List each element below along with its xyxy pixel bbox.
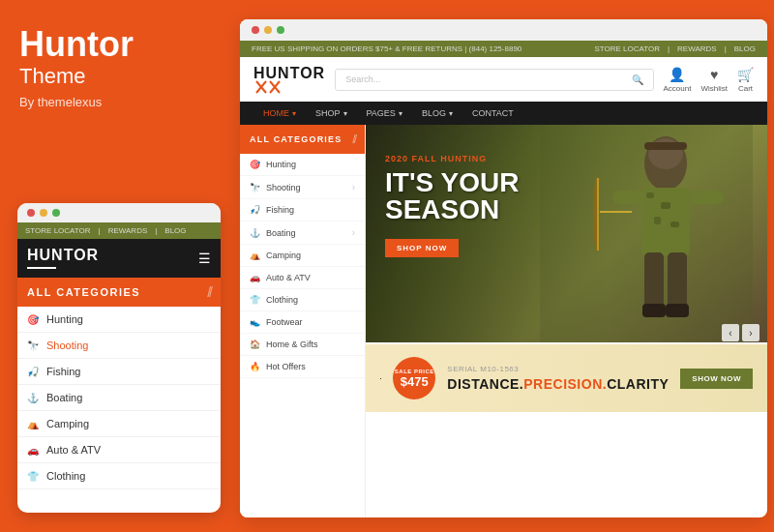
desk-cat-fishing[interactable]: 🎣 Fishing bbox=[240, 199, 365, 222]
auto-atv-label: Auto & ATV bbox=[266, 273, 311, 282]
tagline-part2: PRECISION. bbox=[523, 376, 607, 392]
mobile-mockup: STORE LOCATOR | REWARDS | BLOG HUNTOR ☰ … bbox=[17, 203, 221, 513]
topbar-left: FREE US SHIPPING ON ORDERS $75+ & FREE R… bbox=[252, 44, 521, 53]
nav-item-contact[interactable]: CONTACT bbox=[462, 102, 523, 125]
nav-item-pages[interactable]: PAGES ▾ bbox=[357, 102, 412, 125]
cart-label: Cart bbox=[738, 84, 753, 93]
mobile-topbar: STORE LOCATOR | REWARDS | BLOG bbox=[17, 222, 221, 239]
topbar-right: STORE LOCATOR | REWARDS | BLOG bbox=[594, 44, 756, 53]
boating-label: Boating bbox=[266, 228, 296, 238]
tagline-part1: DISTANCE. bbox=[447, 376, 523, 392]
svg-rect-12 bbox=[670, 222, 679, 227]
dot-green bbox=[277, 26, 284, 34]
dot-yellow bbox=[264, 26, 272, 34]
desktop-categories: ALL CATEGORIES // 🎯 Hunting 🔭 Shooting ›… bbox=[240, 125, 366, 517]
shop-now-button[interactable]: SHOP NOW bbox=[385, 239, 459, 257]
product-image bbox=[380, 352, 381, 405]
hero-subtitle: 2020 FALL HUNTING bbox=[385, 154, 519, 163]
sale-badge: SALE PRICE $475 bbox=[393, 357, 435, 399]
prev-arrow-button[interactable]: ‹ bbox=[722, 324, 739, 341]
hamburger-icon[interactable]: ☰ bbox=[198, 251, 211, 266]
dot-red bbox=[252, 26, 259, 34]
nav-item-home[interactable]: HOME ▾ bbox=[253, 102, 306, 125]
cat-label: Camping bbox=[46, 418, 89, 429]
show-now-button[interactable]: SHOW NOW bbox=[680, 369, 753, 389]
desk-cat-shooting[interactable]: 🔭 Shooting › bbox=[240, 176, 365, 199]
shooting-arrow: › bbox=[352, 182, 355, 192]
list-item[interactable]: 🎣 Fishing bbox=[17, 359, 221, 385]
desk-cat-home-gifts[interactable]: 🏠 Home & Gifts bbox=[240, 334, 365, 356]
cat-label: Boating bbox=[46, 392, 82, 403]
hero-title: IT'S YOUR SEASON bbox=[385, 169, 519, 223]
list-item[interactable]: 🎯 Hunting bbox=[17, 307, 221, 333]
nav-arrow-blog: ▾ bbox=[449, 109, 453, 118]
camping-label: Camping bbox=[266, 251, 301, 260]
desk-cat-boating[interactable]: ⚓ Boating › bbox=[240, 222, 365, 245]
camping-icon: ⛺ bbox=[250, 251, 260, 260]
account-icon: 👤 bbox=[669, 67, 685, 82]
wishlist-label: Wishlist bbox=[700, 84, 728, 93]
desktop-header: HUNTOR Search... 🔍 👤 Account ♥ Wishli bbox=[240, 57, 767, 102]
list-item[interactable]: 🔭 Shooting bbox=[17, 333, 221, 359]
search-icon[interactable]: 🔍 bbox=[632, 74, 643, 85]
mobile-topbar-rewards: REWARDS bbox=[108, 226, 148, 235]
hunting-icon: 🎯 bbox=[250, 160, 260, 169]
shooting-label: Shooting bbox=[266, 183, 301, 192]
desktop-nav: HOME ▾ SHOP ▾ PAGES ▾ BLOG ▾ CONTACT bbox=[240, 102, 767, 125]
svg-rect-13 bbox=[612, 191, 646, 204]
account-button[interactable]: 👤 Account bbox=[664, 67, 692, 93]
logo-icon bbox=[253, 80, 283, 94]
wishlist-button[interactable]: ♥ Wishlist bbox=[700, 67, 728, 93]
hot-offers-label: Hot Offers bbox=[266, 362, 306, 371]
svg-rect-9 bbox=[646, 192, 654, 198]
shooting-icon: 🔭 bbox=[250, 183, 260, 192]
desk-cat-footwear[interactable]: 👟 Footwear bbox=[240, 311, 365, 334]
nav-item-blog[interactable]: BLOG ▾ bbox=[412, 102, 462, 125]
shooting-icon: 🔭 bbox=[27, 340, 39, 351]
svg-rect-11 bbox=[654, 217, 661, 224]
desk-cat-clothing[interactable]: 👕 Clothing bbox=[240, 289, 365, 311]
cat-label: Fishing bbox=[46, 366, 80, 377]
footwear-label: Footwear bbox=[266, 317, 303, 327]
desk-cat-camping[interactable]: ⛺ Camping bbox=[240, 245, 365, 267]
list-item[interactable]: ⚓ Boating bbox=[17, 385, 221, 411]
cat-label: Shooting bbox=[46, 340, 88, 351]
topbar-blog[interactable]: BLOG bbox=[734, 44, 756, 53]
desktop-logo: HUNTOR bbox=[253, 65, 325, 94]
desk-categories-header: ALL CATEGORIES // bbox=[240, 125, 365, 154]
categories-slash-icon: // bbox=[207, 284, 211, 300]
hero-banner: 2020 FALL HUNTING IT'S YOUR SEASON SHOP … bbox=[366, 125, 767, 342]
footwear-icon: 👟 bbox=[250, 317, 260, 327]
topbar-rewards[interactable]: REWARDS bbox=[677, 44, 717, 53]
home-gifts-icon: 🏠 bbox=[250, 340, 260, 349]
cart-button[interactable]: 🛒 Cart bbox=[737, 67, 754, 93]
svg-rect-14 bbox=[690, 191, 724, 204]
next-arrow-button[interactable]: › bbox=[742, 324, 759, 341]
mobile-dots bbox=[17, 203, 221, 222]
topbar-separator: | bbox=[668, 44, 670, 53]
boating-icon: ⚓ bbox=[250, 228, 260, 238]
list-item[interactable]: ⛺ Camping bbox=[17, 411, 221, 437]
fishing-label: Fishing bbox=[266, 205, 294, 215]
list-item[interactable]: 🚗 Auto & ATV bbox=[17, 437, 221, 463]
desktop-dots bbox=[240, 19, 767, 41]
search-bar[interactable]: Search... 🔍 bbox=[335, 69, 653, 91]
desk-cat-hunting[interactable]: 🎯 Hunting bbox=[240, 154, 365, 176]
desk-cat-auto-atv[interactable]: 🚗 Auto & ATV bbox=[240, 267, 365, 289]
mobile-categories-list: 🎯 Hunting 🔭 Shooting 🎣 Fishing ⚓ Boating… bbox=[17, 307, 221, 489]
list-item[interactable]: 👕 Clothing bbox=[17, 463, 221, 489]
topbar-store-locator[interactable]: STORE LOCATOR bbox=[594, 44, 660, 53]
mobile-topbar-sep2: | bbox=[155, 226, 157, 235]
nav-arrow-shop: ▾ bbox=[343, 109, 347, 118]
cart-icon: 🛒 bbox=[737, 67, 754, 82]
hero-title-line2: SEASON bbox=[385, 196, 519, 223]
desk-cat-hot-offers[interactable]: 🔥 Hot Offers bbox=[240, 356, 365, 378]
sale-price: $475 bbox=[401, 374, 429, 389]
product-serial: SERIAL M10-1563 bbox=[447, 365, 669, 373]
brand-by: By themelexus bbox=[19, 95, 211, 109]
nav-item-shop[interactable]: SHOP ▾ bbox=[306, 102, 357, 125]
tagline-part3: Clarity bbox=[607, 376, 669, 392]
auto-atv-icon: 🚗 bbox=[27, 445, 39, 456]
boating-arrow: › bbox=[352, 227, 355, 238]
camping-icon: ⛺ bbox=[27, 419, 39, 429]
